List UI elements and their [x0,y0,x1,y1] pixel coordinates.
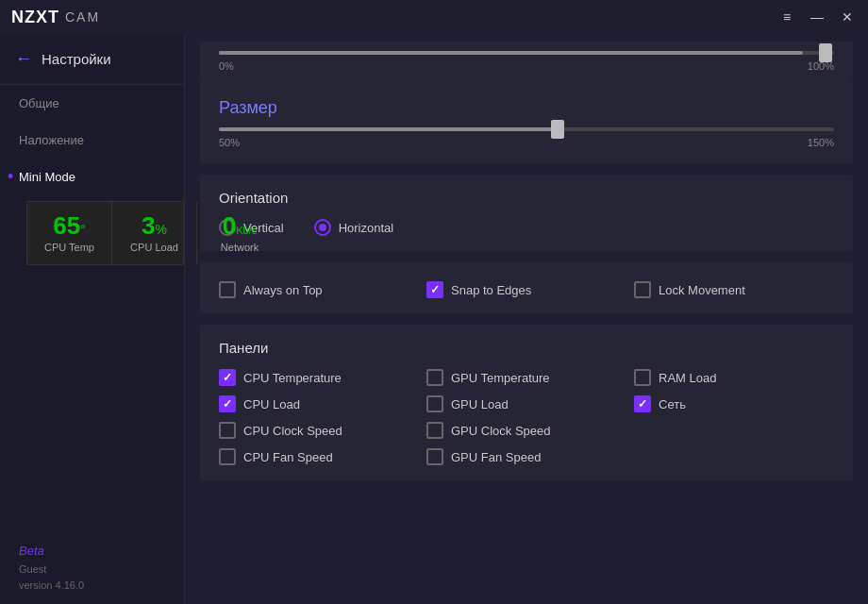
version-label: version 4.16.0 [19,579,84,591]
radio-horizontal-circle [314,219,331,236]
checkbox-cpu-fan[interactable]: CPU Fan Speed [219,448,419,465]
checkbox-gpu-clock[interactable]: GPU Clock Speed [426,422,626,439]
close-button[interactable]: ✕ [834,6,860,28]
opacity-slider-row [219,51,834,55]
radio-horizontal[interactable]: Horizontal [314,219,394,236]
checkbox-cpu-temp[interactable]: CPU Temperature [219,369,419,386]
checkbox-cpu-load-box [219,395,236,412]
panels-title: Панели [219,340,834,356]
checkbox-network-box [634,395,651,412]
sidebar: ← Настройки Общие Наложение Mini Mode 65… [0,34,185,604]
checkbox-cpu-clock-box [219,422,236,439]
checkbox-ram-load[interactable]: RAM Load [634,369,834,386]
radio-horizontal-label: Horizontal [339,221,394,235]
sidebar-bottom: Beta Guest version 4.16.0 [0,532,184,604]
checkbox-gpu-clock-box [426,422,443,439]
options-checkbox-group: Always on Top Snap to Edges Lock Movemen… [219,281,834,298]
checkbox-gpu-temp-label: GPU Temperature [451,371,550,385]
opacity-min-label: 0% [219,60,253,72]
checkbox-gpu-load[interactable]: GPU Load [426,395,626,412]
checkbox-gpu-temp[interactable]: GPU Temperature [426,369,626,386]
guest-label: Guest [19,563,46,575]
checkbox-cpu-clock-label: CPU Clock Speed [243,424,342,438]
menu-button[interactable]: ≡ [774,6,800,28]
orientation-section: Orientation Vertical Horizontal [200,175,853,251]
checkbox-lock-movement-label: Lock Movement [659,283,745,297]
checkbox-snap-to-edges-box [426,281,443,298]
mini-cpu-load-value: 3% [127,213,181,238]
panels-section: Панели CPU Temperature GPU Temperature R… [200,325,853,480]
checkbox-gpu-clock-label: GPU Clock Speed [451,424,551,438]
checkbox-cpu-temp-box [219,369,236,386]
opacity-slider-thumb[interactable] [819,43,832,62]
logo-cam: CAM [65,9,100,25]
size-section: Размер 50% 150% [200,79,853,163]
size-slider-track[interactable] [219,127,834,131]
size-slider-thumb[interactable] [551,120,564,139]
mini-network-value: 0Kb/s [212,213,267,238]
window-controls: ≡ — ✕ [774,6,860,28]
cpu-load-unit: % [156,222,167,237]
mini-cell-cpu-temp: 65° CPU Temp [27,202,112,264]
options-section: Always on Top Snap to Edges Lock Movemen… [200,262,853,313]
size-title: Размер [219,98,834,118]
checkbox-cpu-clock[interactable]: CPU Clock Speed [219,422,419,439]
checkbox-network[interactable]: Сеть [634,395,834,412]
checkbox-always-on-top-box [219,281,236,298]
sidebar-item-label: Наложение [19,133,84,147]
network-unit: Kb/s [236,225,257,236]
mini-cpu-temp-label: CPU Temp [42,242,96,253]
checkbox-always-on-top-label: Always on Top [243,283,323,297]
mini-cpu-temp-value: 65° [42,213,96,238]
checkbox-always-on-top[interactable]: Always on Top [219,281,419,298]
mini-widget-preview: 65° CPU Temp 3% CPU Load 0Kb/s Network [26,201,184,265]
checkbox-lock-movement[interactable]: Lock Movement [634,281,834,298]
checkbox-gpu-fan-label: GPU Fan Speed [451,450,541,464]
opacity-slider-section: 0% 100% [200,42,853,79]
sidebar-item-minimode[interactable]: Mini Mode [0,159,184,195]
checkbox-gpu-fan[interactable]: GPU Fan Speed [426,448,626,465]
back-button[interactable]: ← [15,49,32,69]
mini-cpu-load-label: CPU Load [127,242,181,253]
mini-cell-cpu-load: 3% CPU Load [112,202,197,264]
beta-label: Beta [19,544,165,558]
orientation-title: Orientation [219,190,834,206]
sidebar-item-label: Общие [19,96,59,110]
size-slider-row [219,127,834,131]
opacity-slider-track[interactable] [219,51,834,55]
checkbox-cpu-load[interactable]: CPU Load [219,395,419,412]
sidebar-header: ← Настройки [0,34,184,85]
titlebar: NZXT CAM ≡ — ✕ [0,0,868,34]
checkbox-gpu-load-label: GPU Load [451,397,509,411]
guest-info: Guest version 4.16.0 [19,562,165,593]
minimize-button[interactable]: — [804,6,830,28]
logo-nzxt: NZXT [11,8,59,27]
app-logo: NZXT CAM [11,8,100,27]
sidebar-item-label: Mini Mode [19,170,75,184]
sidebar-item-general[interactable]: Общие [0,85,184,122]
checkbox-snap-to-edges[interactable]: Snap to Edges [426,281,626,298]
checkbox-gpu-temp-box [426,369,443,386]
checkbox-gpu-fan-box [426,448,443,465]
sidebar-item-overlay[interactable]: Наложение [0,122,184,159]
checkbox-cpu-load-label: CPU Load [243,397,300,411]
checkbox-cpu-fan-box [219,448,236,465]
content-area: 0% 100% Размер 50% 150% Orientation [185,34,868,604]
cpu-temp-unit: ° [80,222,86,237]
checkbox-snap-to-edges-label: Snap to Edges [451,283,531,297]
checkbox-gpu-load-box [426,395,443,412]
mini-network-label: Network [212,242,267,253]
panels-grid: CPU Temperature GPU Temperature RAM Load… [219,369,834,465]
checkbox-ram-load-box [634,369,651,386]
checkbox-cpu-fan-label: CPU Fan Speed [243,450,333,464]
sidebar-title: Настройки [42,51,111,67]
checkbox-ram-load-label: RAM Load [659,371,716,385]
main-layout: ← Настройки Общие Наложение Mini Mode 65… [0,34,868,604]
orientation-radio-group: Vertical Horizontal [219,219,834,236]
checkbox-lock-movement-box [634,281,651,298]
size-max-label: 150% [800,137,834,148]
checkbox-cpu-temp-label: CPU Temperature [243,371,342,385]
mini-cell-network: 0Kb/s Network [197,202,282,264]
size-min-label: 50% [219,137,253,148]
checkbox-network-label: Сеть [659,397,686,411]
